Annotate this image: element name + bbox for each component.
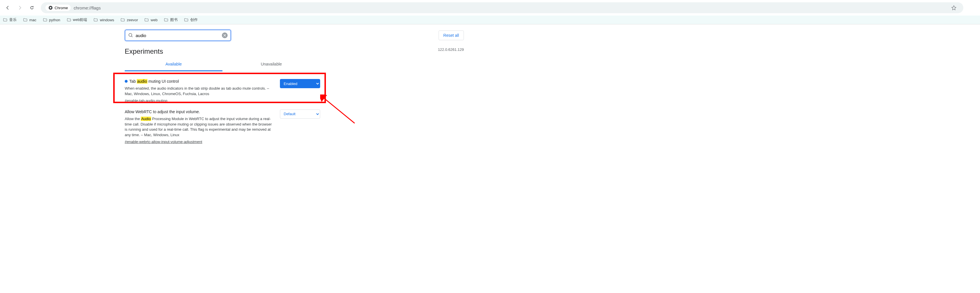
modified-indicator-icon (125, 80, 127, 83)
flag-anchor-link[interactable]: #enable-tab-audio-muting (125, 98, 167, 103)
bookmark-folder[interactable]: web前端 (67, 17, 88, 22)
folder-icon (43, 17, 48, 22)
bookmark-folder[interactable]: 图书 (164, 17, 178, 22)
search-icon (128, 33, 134, 38)
reload-button[interactable] (27, 3, 37, 13)
flag-item: Tab audio muting UI control When enabled… (125, 77, 320, 107)
search-box (125, 30, 231, 41)
tab-available[interactable]: Available (125, 58, 223, 71)
bookmark-label: 音乐 (9, 17, 17, 22)
star-icon (951, 5, 956, 10)
bookmark-folder[interactable]: windows (94, 17, 114, 22)
arrow-left-icon (5, 5, 10, 10)
page-title: Experiments (125, 48, 163, 55)
bookmark-folder[interactable]: zeevor (121, 17, 138, 22)
bookmark-star-button[interactable] (949, 3, 959, 13)
flag-item: Allow WebRTC to adjust the input volume.… (125, 107, 320, 148)
back-button[interactable] (3, 3, 13, 13)
flag-state-select[interactable]: Default (280, 109, 320, 119)
folder-icon (67, 17, 71, 22)
bookmark-folder[interactable]: 音乐 (3, 17, 17, 22)
chrome-icon (48, 5, 53, 10)
bookmark-label: mac (29, 18, 37, 22)
bookmark-label: python (49, 18, 60, 22)
flag-description: When enabled, the audio indicators in th… (125, 86, 274, 97)
folder-icon (23, 17, 28, 22)
flag-description: Allow the Audio Processing Module in Web… (125, 116, 274, 138)
address-bar[interactable]: Chrome chrome://flags (41, 2, 963, 13)
folder-icon (94, 17, 98, 22)
site-chip-label: Chrome (55, 6, 68, 10)
bookmark-folder[interactable]: python (43, 17, 60, 22)
search-input[interactable] (136, 33, 222, 38)
browser-toolbar: Chrome chrome://flags (0, 0, 980, 16)
flags-list: Tab audio muting UI control When enabled… (125, 71, 320, 154)
reload-icon (29, 5, 35, 10)
flag-anchor-link[interactable]: #enable-webrtc-allow-input-volume-adjust… (125, 139, 202, 144)
svg-line-3 (323, 97, 355, 123)
flag-title: Allow WebRTC to adjust the input volume. (125, 109, 200, 114)
bookmark-label: zeevor (127, 18, 138, 22)
bookmarks-bar: 音乐macpythonweb前端windowszeevorweb图书创作 (0, 16, 980, 24)
url-text: chrome://flags (73, 5, 100, 10)
bookmark-folder[interactable]: web (144, 17, 158, 22)
tab-unavailable[interactable]: Unavailable (223, 58, 320, 71)
folder-icon (184, 17, 189, 22)
arrow-right-icon (17, 5, 22, 10)
annotation-arrow (320, 95, 358, 126)
bookmark-label: web (151, 18, 158, 22)
reset-all-button[interactable]: Reset all (439, 30, 464, 40)
svg-point-1 (50, 7, 51, 8)
site-chip[interactable]: Chrome (45, 5, 71, 11)
close-icon (223, 34, 226, 37)
folder-icon (3, 17, 8, 22)
folder-icon (164, 17, 169, 22)
bookmark-label: 图书 (170, 17, 178, 22)
bookmark-folder[interactable]: 创作 (184, 17, 198, 22)
forward-button[interactable] (15, 3, 25, 13)
folder-icon (144, 17, 149, 22)
svg-point-2 (129, 33, 132, 36)
bookmark-label: 创作 (190, 17, 198, 22)
flag-state-select[interactable]: Enabled (280, 79, 320, 88)
flags-page: Reset all Experiments 122.0.6261.129 Ava… (0, 24, 445, 154)
folder-icon (121, 17, 125, 22)
bookmark-label: web前端 (73, 17, 88, 22)
chrome-version: 122.0.6261.129 (438, 48, 464, 52)
tabs: Available Unavailable (125, 58, 320, 71)
bookmark-label: windows (100, 18, 114, 22)
clear-search-button[interactable] (222, 32, 228, 38)
bookmark-folder[interactable]: mac (23, 17, 37, 22)
page-header: Experiments 122.0.6261.129 (125, 45, 320, 58)
search-row: Reset all (125, 24, 320, 45)
flag-title: Tab audio muting UI control (129, 79, 179, 84)
